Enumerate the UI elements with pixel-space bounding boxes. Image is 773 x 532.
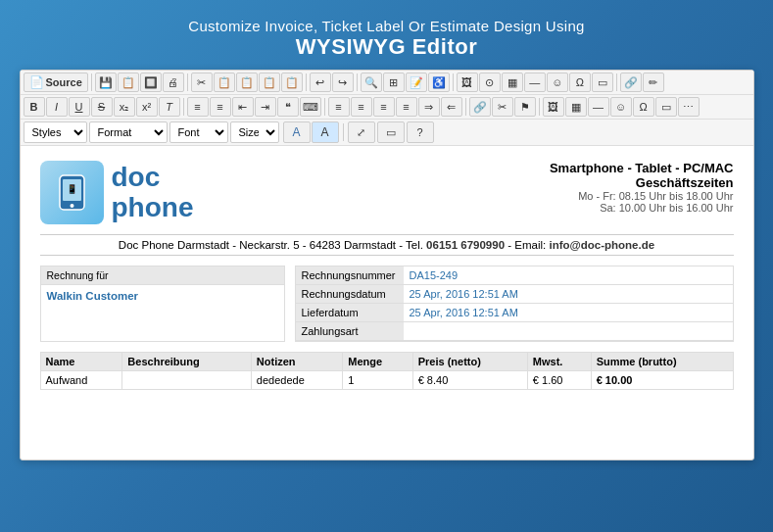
size-select[interactable]: Size [230,121,279,143]
iframe-btn[interactable]: ▭ [592,73,613,92]
spell-btn[interactable]: 📝 [406,73,427,92]
svg-point-2 [70,204,73,208]
find-btn[interactable]: 🔲 [140,73,162,92]
item-name: Aufwand [40,371,122,390]
redo-btn[interactable]: ↪ [332,73,354,92]
smiley2-btn[interactable]: ☺ [610,97,632,117]
sep9 [465,98,466,116]
cut-btn[interactable]: ✂ [191,73,213,92]
billing-header: Rechnung für [41,266,284,285]
col-header: Mwst. [527,353,591,371]
field-label: Rechnungsdatum [296,285,404,304]
find-replace-btn[interactable]: 🔍 [361,73,382,92]
save-btn[interactable]: 💾 [95,73,117,92]
link-btn[interactable]: 🔗 [620,73,642,92]
item-total: € 10.00 [591,371,733,390]
align-justify-btn[interactable]: ≡ [396,97,417,117]
hours-line2: Sa: 10.00 Uhr bis 16.00 Uhr [550,202,734,214]
page-subtitle: Customize Invoice, Ticket Label Or Estim… [188,18,584,34]
removeformat-btn[interactable]: T [159,97,180,117]
ul-btn[interactable]: ≡ [187,97,209,117]
maximize-btn[interactable]: ⤢ [348,121,375,143]
field-value [404,322,733,341]
invoice-tables: Rechnung für Walkin Customer Rechnungsnu… [40,266,734,342]
toolbar-row-1: 📄 Source 💾 📋 🔲 🖨 ✂ 📋 📋 📋 📋 ↩ ↪ 🔍 ⊞ 📝 ♿ 🖼… [21,71,753,95]
paste-word-btn[interactable]: 📋 [281,73,303,92]
format-select[interactable]: Format [89,121,168,143]
billing-box: Rechnung für Walkin Customer [40,266,285,342]
source-button[interactable]: 📄 Source [24,73,88,92]
bg-color-btn[interactable]: A [312,121,339,143]
page-icon: 📄 [29,75,44,89]
field-value: 25 Apr, 2016 12:51 AM [404,285,733,304]
ol-btn[interactable]: ≡ [210,97,231,117]
anchor-btn[interactable]: ⚑ [514,97,536,117]
field-label: Zahlungsart [296,322,404,341]
phone: 06151 6790990 [426,239,505,251]
indent-more-btn[interactable]: ⇥ [255,97,276,117]
special-char-btn[interactable]: Ω [569,73,591,92]
paste-text-btn[interactable]: 📋 [259,73,280,92]
styles-select[interactable]: Styles [24,121,87,143]
indent-less-btn[interactable]: ⇤ [232,97,254,117]
align-right-btn[interactable]: ≡ [373,97,395,117]
info-row: RechnungsnummerDA15-249 [296,266,733,285]
page-title: WYSIWYG Editor [188,34,584,60]
italic-btn[interactable]: I [46,97,68,117]
col-header: Menge [343,353,412,371]
iframe2-btn[interactable]: ▭ [655,97,677,117]
edit-btn[interactable]: ✏ [643,73,664,92]
col-header: Name [40,353,122,371]
content-area: 📱 doc phone Smartphone - Tablet - PC/MAC… [21,146,753,459]
more-btn[interactable]: ⋯ [678,97,700,117]
align-left-btn[interactable]: ≡ [328,97,350,117]
select-all-btn[interactable]: ⊞ [383,73,405,92]
print-btn[interactable]: 🖨 [163,73,184,92]
image2-btn[interactable]: 🖼 [543,97,564,117]
paste-btn[interactable]: 📋 [236,73,258,92]
help-btn[interactable]: ? [407,121,434,143]
superscript-btn[interactable]: x² [136,97,158,117]
flash-btn[interactable]: ⊙ [479,73,501,92]
page-header: Customize Invoice, Ticket Label Or Estim… [188,0,584,70]
info-row: Rechnungsdatum25 Apr, 2016 12:51 AM [296,285,733,304]
img-btn[interactable]: 🖼 [457,73,478,92]
accessibility-btn[interactable]: ♿ [428,73,450,92]
pre-btn[interactable]: ⌨ [300,97,321,117]
item-tax: € 1.60 [527,371,591,390]
table2-btn[interactable]: ▦ [565,97,587,117]
hline2-btn[interactable]: — [588,97,609,117]
font-select[interactable]: Font [169,121,228,143]
blockquote-btn[interactable]: ❝ [277,97,299,117]
hline-btn[interactable]: — [524,73,546,92]
logo-icon: 📱 [40,161,104,224]
rtl-btn[interactable]: ⇐ [441,97,462,117]
item-desc [122,371,251,390]
sep7 [183,98,184,116]
table-btn[interactable]: ▦ [502,73,523,92]
strike-btn[interactable]: S [91,97,113,117]
copy-btn[interactable]: 📋 [214,73,235,92]
special2-btn[interactable]: Ω [633,97,654,117]
company-info: Smartphone - Tablet - PC/MAC Geschäftsze… [550,161,734,214]
toolbar-row-3: Styles Format Font Size A A ⤢ ▭ ? [21,120,753,146]
company-subtitle: Geschäftszeiten [550,175,734,190]
sep11 [343,123,344,141]
smiley-btn[interactable]: ☺ [547,73,568,92]
unlink-btn[interactable]: ✂ [492,97,513,117]
link2-btn[interactable]: 🔗 [469,97,491,117]
underline-btn[interactable]: U [69,97,90,117]
align-center-btn[interactable]: ≡ [351,97,372,117]
col-header: Beschreibung [122,353,251,371]
ltr-btn[interactable]: ⇒ [418,97,440,117]
svg-text:📱: 📱 [67,183,78,195]
undo-btn[interactable]: ↩ [310,73,331,92]
showblocks-btn[interactable]: ▭ [377,121,405,143]
template-btn[interactable]: 📋 [118,73,139,92]
subscript-btn[interactable]: x₂ [114,97,135,117]
bold-btn[interactable]: B [24,97,45,117]
field-value: DA15-249 [404,266,733,285]
info-row: Lieferdatum25 Apr, 2016 12:51 AM [296,304,733,322]
font-color-btn[interactable]: A [283,121,311,143]
item-price: € 8.40 [412,371,527,390]
